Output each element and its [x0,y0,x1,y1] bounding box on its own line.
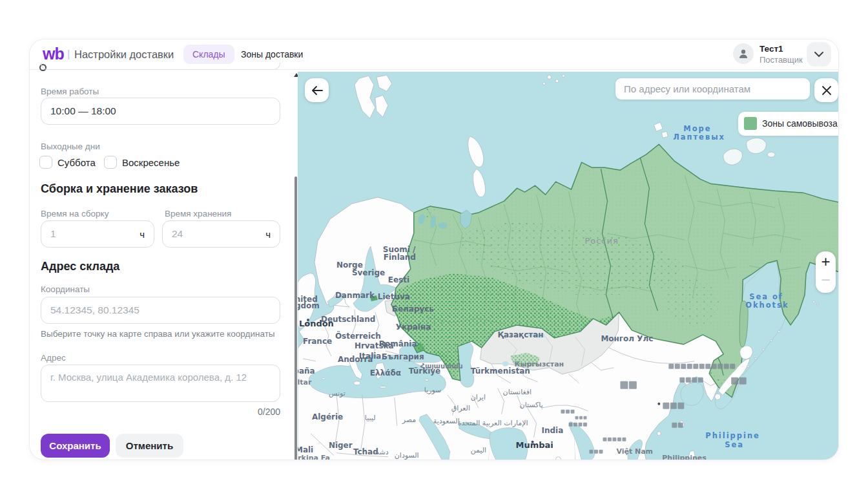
page-title: Настройки доставки [74,48,174,61]
arrow-left-icon [311,86,323,95]
svg-text:España: España [298,366,315,376]
svg-text:Burkina Fa: Burkina Fa [298,454,330,460]
user-icon [738,48,749,59]
svg-text:Mumbai: Mumbai [516,440,553,450]
svg-text:Algérie: Algérie [312,412,343,421]
weekend-label: Выходные дни [41,142,100,151]
svg-text:Okhotsk: Okhotsk [745,301,789,310]
close-map-button[interactable] [814,78,838,102]
avatar[interactable] [733,43,754,64]
user-name: Тест1 [760,44,783,54]
svg-text:Philippine: Philippine [705,431,760,440]
svg-text:Sverige: Sverige [352,268,385,277]
svg-text:اليمن: اليمن [471,446,486,454]
svg-text:Italia: Italia [359,352,382,361]
back-button[interactable] [305,78,329,102]
assembly-time-input[interactable]: 1ч [41,220,154,248]
aral-sea [502,361,509,366]
storage-time-unit: ч [265,229,271,240]
assembly-heading: Сборка и хранение заказов [41,182,198,196]
user-role: Поставщик [760,55,803,65]
wb-logo: wb [43,45,64,63]
map-search-input[interactable]: По адресу или координатам [615,78,810,100]
svg-text:Kingdom: Kingdom [298,301,320,310]
svg-text:ليبيا: ليبيا [365,414,376,422]
svg-text:London: London [299,319,334,328]
crete [380,386,386,388]
svg-text:Österreich: Österreich [335,331,381,341]
svg-text:Việt Nam: Việt Nam [616,447,653,456]
assembly-time-unit: ч [140,229,145,240]
svg-text:پاکستان: پاکستان [520,401,543,409]
map-legend: Зоны самовывоза [738,112,839,136]
svg-text:Кыргызстан: Кыргызстан [515,360,564,368]
svg-text:الإمارات العربية المتحدة: الإمارات العربية المتحدة [458,419,528,427]
storage-time-label: Время хранения [165,209,231,218]
legend-label: Зоны самовывоза [762,118,838,129]
saturday-label: Суббота [57,157,96,168]
svg-text:Danmark: Danmark [335,291,375,300]
svg-text:دشت: دشت [373,448,389,456]
address-textarea[interactable]: г. Москва, улица Академика королева, д. … [41,365,280,402]
svg-text:Mali: Mali [298,445,313,454]
hainan [657,432,661,436]
svg-text:Niger: Niger [329,441,353,450]
tab-zony-dostavki[interactable]: Зоны доставки [234,45,309,64]
user-menu-button[interactable] [807,42,831,67]
svg-text:Sea of: Sea of [749,292,783,301]
coords-input[interactable]: 54.12345, 80.12345 [41,297,280,324]
tab-sklady[interactable]: Склады [183,45,234,64]
address-label: Адрес [41,353,66,363]
char-counter: 0/200 [258,407,280,417]
svg-text:Монгол Улс: Монгол Улс [601,334,653,343]
svg-text:Россия: Россия [584,236,618,246]
svg-text:السعودية: السعودية [433,417,460,425]
map-container[interactable]: NorgeSverigeSuomi /FinlandEestiDanmarkLi… [298,72,839,460]
zoom-out-button[interactable]: – [816,271,836,290]
svg-text:Море: Море [683,124,711,133]
warehouse-form-panel: Время работы 10:00 — 18:00 Выходные дни … [30,70,298,460]
svg-text:سوريا: سوريا [424,386,442,394]
svg-text:Sea: Sea [725,440,744,449]
svg-text:România: România [379,339,417,348]
svg-text:France: France [303,337,332,346]
cyprus [425,379,429,381]
svg-text:Україна: Україна [396,323,431,332]
zoom-control: + – [816,251,836,293]
svg-text:Eesti: Eesti [388,275,409,284]
work-time-input[interactable]: 10:00 — 18:00 [41,98,280,125]
svg-text:Лаптевых: Лаптевых [673,133,725,142]
svg-text:India: India [542,426,564,435]
header-divider: | [67,48,70,61]
scrollbar-thumb[interactable] [294,176,297,460]
zoom-in-button[interactable]: + [816,253,836,272]
cancel-button[interactable]: Отменить [116,434,183,458]
address-heading: Адрес склада [41,260,119,273]
sunday-label: Воскресенье [122,157,180,168]
cutoff-input-fragment [41,63,280,70]
svg-text:Philippines: Philippines [662,454,707,460]
settings-card: wb | Настройки доставки Склады Зоны дост… [29,39,839,460]
save-button[interactable]: Сохранить [41,434,110,458]
saturday-checkbox[interactable] [39,156,52,169]
svg-text:ايران: ايران [471,393,486,401]
svg-text:افغانستان: افغانستان [503,388,532,396]
sunday-checkbox[interactable] [104,156,117,169]
svg-text:السودان: السودان [395,451,419,460]
coords-hint: Выберите точку на карте справа или укажи… [41,329,275,339]
work-time-label: Время работы [41,87,99,96]
svg-text:مصر: مصر [402,416,416,424]
svg-text:Հայաստան: Հայաստան [420,362,463,370]
close-icon [822,85,832,96]
legend-color-swatch [744,117,757,130]
svg-text:Gibraltar: Gibraltar [298,378,312,387]
svg-text:Lietuva: Lietuva [378,292,410,301]
assembly-time-label: Время на сборку [41,209,108,218]
svg-text:Ελλάδα: Ελλάδα [370,368,401,377]
svg-text:България: България [382,352,424,361]
storage-time-input[interactable]: 24ч [162,220,280,248]
svg-text:تونس: تونس [329,389,346,398]
svg-text:Қазақстан: Қазақстан [498,330,544,339]
svg-text:Беларусь: Беларусь [392,304,435,313]
chevron-down-icon [814,51,824,58]
